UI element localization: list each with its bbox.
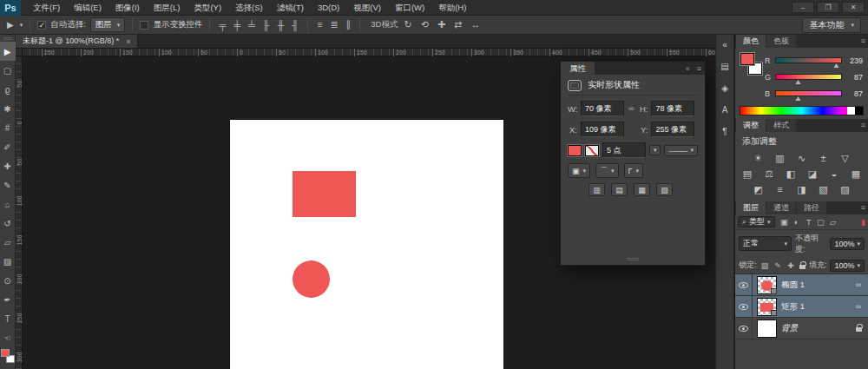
foreground-color-swatch[interactable]: [740, 53, 754, 65]
show-transform-checkbox[interactable]: [140, 21, 148, 30]
slider-thumb-icon[interactable]: [795, 77, 800, 84]
slider-track-b[interactable]: [775, 90, 842, 96]
canvas-page[interactable]: [230, 120, 503, 369]
healing-brush-tool[interactable]: ✚: [0, 156, 16, 175]
rectangle-shape[interactable]: [293, 171, 356, 217]
auto-select-checkbox[interactable]: ✓: [37, 21, 46, 30]
workspace-switcher[interactable]: 基本功能 ▾: [802, 17, 861, 33]
stroke-width-stepper[interactable]: ▾: [649, 145, 661, 155]
auto-select-target-select[interactable]: 图层 ▾: [90, 17, 126, 32]
blend-mode-select[interactable]: 正常 ▾: [739, 236, 792, 251]
minimize-button[interactable]: –: [792, 2, 814, 13]
x-field[interactable]: 109 像素: [581, 122, 624, 137]
menu-item-选择[interactable]: 选择(S): [228, 0, 270, 16]
fill-color-swatch[interactable]: [568, 145, 582, 156]
collapse-dock-icon[interactable]: «: [717, 37, 733, 51]
paragraph-panel-icon[interactable]: ¶: [717, 124, 733, 138]
gradient-map-icon[interactable]: ▧: [817, 183, 831, 195]
menu-item-滤镜[interactable]: 滤镜(T): [270, 0, 311, 16]
menu-item-类型[interactable]: 类型(Y): [187, 0, 228, 16]
panel-resize-handle[interactable]: [568, 254, 698, 263]
menu-item-图层[interactable]: 图层(L): [147, 0, 187, 16]
slider-thumb-icon[interactable]: [834, 61, 839, 68]
align-top-edges-icon[interactable]: ╤: [217, 20, 227, 30]
vibrance-icon[interactable]: ▽: [838, 152, 852, 164]
panel-menu-icon[interactable]: ≡: [694, 64, 705, 73]
black-white-icon[interactable]: ◧: [784, 168, 798, 180]
close-icon[interactable]: ×: [126, 37, 130, 46]
panel-menu-icon[interactable]: ≡: [861, 121, 865, 129]
stroke-corners-select[interactable]: Γ▾: [624, 163, 643, 178]
panel-menu-icon[interactable]: ≡: [861, 203, 865, 212]
menu-item-编辑[interactable]: 编辑(E): [67, 0, 108, 16]
curves-icon[interactable]: ∿: [795, 152, 809, 164]
align-vertical-centers-icon[interactable]: ╪: [232, 20, 242, 30]
navigator-panel-icon[interactable]: ◈: [717, 81, 733, 95]
levels-icon[interactable]: ▥: [773, 152, 787, 164]
invert-icon[interactable]: ◩: [752, 183, 766, 195]
lock-all-icon[interactable]: [799, 265, 806, 269]
tab-路径[interactable]: 路径: [797, 201, 826, 214]
lock-position-icon[interactable]: ✚: [786, 261, 796, 270]
eyedropper-tool[interactable]: ✐: [0, 137, 16, 156]
panel-menu-icon[interactable]: ≡: [861, 36, 865, 45]
menu-item-图像[interactable]: 图像(I): [108, 0, 147, 16]
horizontal-type-tool[interactable]: T: [0, 309, 16, 328]
threshold-icon[interactable]: ◨: [795, 183, 809, 195]
tab-通道[interactable]: 通道: [766, 201, 796, 214]
history-panel-icon[interactable]: ▤: [717, 59, 733, 73]
tab-调整[interactable]: 调整: [736, 119, 766, 132]
path-arrangement-button[interactable]: ▦: [634, 183, 650, 196]
document-tab[interactable]: 未标题-1 @ 100%(RGB/8) * ×: [16, 35, 138, 48]
gradient-tool[interactable]: ▨: [0, 252, 16, 271]
menu-item-帮助[interactable]: 帮助(H): [431, 0, 473, 16]
selective-color-icon[interactable]: ▨: [838, 183, 852, 195]
stroke-alignment-select[interactable]: ▣▾: [568, 163, 590, 178]
align-bottom-edges-icon[interactable]: ╧: [247, 20, 257, 30]
color-balance-icon[interactable]: ⚖: [762, 168, 776, 180]
layer-visibility-toggle[interactable]: [735, 318, 753, 339]
horizontal-ruler[interactable]: 2502001501005005010015020025030035040045…: [23, 49, 715, 56]
dodge-tool[interactable]: ⊙: [0, 271, 16, 290]
foreground-color-swatch[interactable]: [1, 349, 10, 357]
hand-tool[interactable]: ☜: [0, 328, 16, 347]
filter-smart-objects-icon[interactable]: ▱: [827, 217, 839, 227]
photo-filter-icon[interactable]: ◪: [806, 168, 819, 180]
filter-kind-select[interactable]: ⌕ 类型 ▾: [738, 216, 775, 227]
color-spectrum-ramp[interactable]: [740, 106, 864, 115]
menu-item-视图[interactable]: 视图(V): [346, 0, 388, 16]
3d-drag-icon[interactable]: ✚: [436, 19, 447, 30]
fill-field[interactable]: 100% ▾: [830, 260, 865, 272]
y-field[interactable]: 255 像素: [651, 122, 694, 137]
stroke-caps-select[interactable]: ⌒▾: [595, 163, 619, 178]
3d-slide-icon[interactable]: ⇄: [452, 19, 464, 30]
filter-shape-layers-icon[interactable]: ▢: [815, 217, 827, 227]
shape-extra-button[interactable]: ▧: [656, 183, 673, 196]
stroke-width-field[interactable]: 5 点: [602, 142, 646, 158]
hue-saturation-icon[interactable]: ▤: [740, 168, 754, 180]
exposure-icon[interactable]: ±: [817, 152, 831, 164]
history-brush-tool[interactable]: ↺: [0, 214, 16, 233]
lock-image-pixels-icon[interactable]: ✎: [773, 261, 783, 270]
layer-thumbnail[interactable]: [757, 320, 777, 338]
layer-visibility-toggle[interactable]: [735, 274, 753, 295]
path-alignment-button[interactable]: ▤: [611, 183, 628, 196]
posterize-icon[interactable]: ≡: [773, 183, 787, 195]
stroke-color-swatch[interactable]: [585, 145, 599, 156]
brightness-contrast-icon[interactable]: ☀: [752, 152, 766, 164]
path-operation-button[interactable]: ▥: [589, 183, 605, 196]
distribute-vertical-centers-icon[interactable]: ≣: [329, 19, 340, 30]
menu-item-文件[interactable]: 文件(F): [26, 0, 67, 16]
tab-properties[interactable]: 属性: [561, 62, 595, 75]
distribute-bottom-edges-icon[interactable]: ∥: [345, 19, 353, 30]
tab-样式[interactable]: 样式: [766, 119, 796, 132]
tab-颜色[interactable]: 颜色: [736, 35, 766, 48]
magic-wand-tool[interactable]: ✱: [0, 99, 16, 118]
slider-track-r[interactable]: [775, 57, 842, 63]
3d-scale-icon[interactable]: ↔: [469, 19, 482, 30]
channel-mixer-icon[interactable]: ◒: [827, 168, 841, 180]
layer-row[interactable]: 椭圆 1∞: [735, 274, 868, 296]
restore-button[interactable]: ❐: [817, 2, 839, 13]
filter-pixel-layers-icon[interactable]: ▣: [779, 217, 791, 227]
color-lookup-icon[interactable]: ▦: [849, 168, 863, 180]
